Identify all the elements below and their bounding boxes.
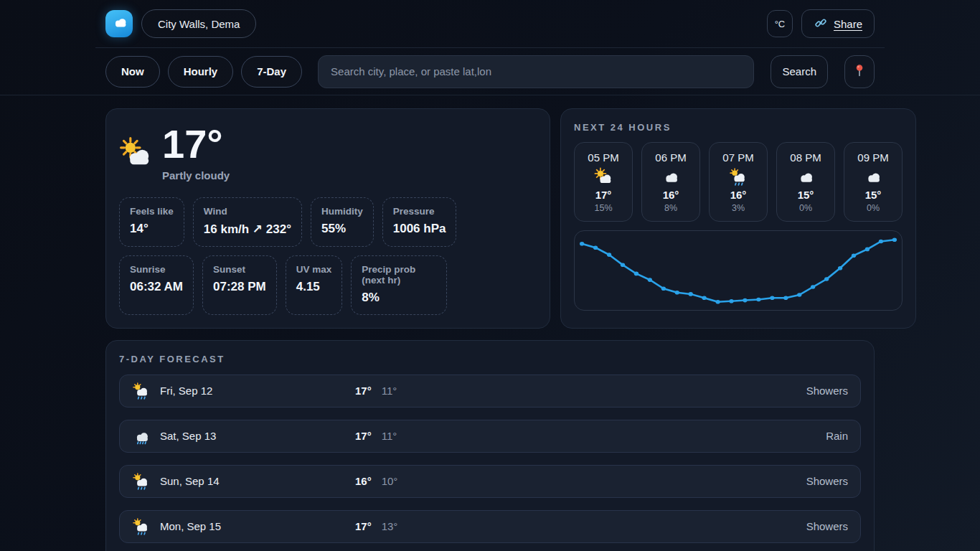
- showers-icon: [132, 382, 150, 400]
- hour-time: 09 PM: [847, 151, 899, 164]
- stat-value: 06:32 AM: [130, 280, 183, 294]
- forecast-rows: Fri, Sep 12 17° 11° Showers Sat, Sep 13 …: [119, 375, 861, 551]
- stat-value: 1006 hPa: [393, 222, 446, 236]
- stat-chip: Sunset 07:28 PM: [202, 255, 277, 315]
- hour-temp: 16°: [712, 189, 764, 201]
- hour-temp: 17°: [578, 189, 629, 201]
- tab-hourly-label: Hourly: [184, 65, 218, 77]
- hour-precip: 0%: [780, 203, 831, 213]
- my-location-button[interactable]: [844, 55, 875, 88]
- forecast-low-temp: 11°: [382, 385, 397, 397]
- hourly-temp-chart: [575, 231, 902, 310]
- location-label: City Walls, Dema: [158, 18, 240, 30]
- stat-chip-row: Feels like 14°Wind 16 km/h ↗ 232°Humidit…: [119, 197, 537, 247]
- forecast-date: Sun, Sep 14: [160, 475, 355, 487]
- hourly-chips-row: 05 PM 17° 15%06 PM 16° 8%07 PM 16° 3%08 …: [574, 142, 903, 222]
- hour-chip: 06 PM 16° 8%: [641, 142, 700, 222]
- forecast-low-temp: 13°: [382, 520, 398, 532]
- rain-icon: [132, 427, 150, 445]
- stat-value: 07:28 PM: [213, 280, 266, 294]
- stat-chip: Precip prob (next hr) 8%: [351, 255, 447, 315]
- unit-toggle-button[interactable]: °C: [767, 10, 793, 37]
- forecast-high-temp: 16°: [355, 475, 372, 487]
- stat-chip-row: Sunrise 06:32 AMSunset 07:28 PMUV max 4.…: [119, 255, 537, 315]
- stat-label: UV max: [296, 264, 332, 275]
- cloud-icon: [796, 167, 815, 186]
- stat-chip: UV max 4.15: [286, 255, 343, 315]
- hour-chip: 07 PM 16° 3%: [709, 142, 768, 222]
- seven-day-forecast-card: 7-DAY FORECAST Fri, Sep 12 17° 11° Showe…: [105, 340, 875, 551]
- hour-temp: 15°: [847, 189, 899, 201]
- forecast-low-temp: 11°: [382, 430, 397, 442]
- search-button[interactable]: Search: [771, 55, 828, 88]
- forecast-date: Mon, Sep 15: [160, 520, 355, 532]
- stat-value: 4.15: [296, 280, 332, 294]
- unit-label: °C: [775, 19, 786, 29]
- stat-label: Feels like: [130, 206, 174, 217]
- partly-cloudy-icon: [594, 167, 613, 186]
- next-24-hours-card: NEXT 24 HOURS 05 PM 17° 15%06 PM 16° 8%0…: [560, 108, 916, 329]
- forecast-high-temp: 17°: [355, 385, 372, 397]
- cloud-icon: [864, 167, 882, 186]
- forecast-condition: Showers: [806, 385, 848, 397]
- hour-time: 06 PM: [645, 151, 697, 164]
- tab-hourly[interactable]: Hourly: [168, 56, 234, 88]
- stat-label: Pressure: [393, 206, 446, 217]
- hour-temp: 15°: [780, 189, 831, 201]
- hour-precip: 15%: [578, 203, 629, 213]
- forecast-day-row[interactable]: Sun, Sep 14 16° 10° Showers: [119, 465, 861, 498]
- hour-chip: 09 PM 15° 0%: [844, 142, 903, 222]
- stat-chip: Sunrise 06:32 AM: [119, 255, 194, 315]
- hour-precip: 3%: [712, 203, 764, 213]
- hour-time: 07 PM: [712, 151, 764, 164]
- stat-value: 55%: [321, 222, 363, 236]
- cloud-icon: [661, 167, 680, 186]
- tab-7day[interactable]: 7-Day: [241, 56, 302, 88]
- current-temperature: 17°: [162, 122, 230, 166]
- showers-icon: [132, 472, 150, 490]
- seven-day-forecast-title: 7-DAY FORECAST: [119, 354, 861, 364]
- cloud-logo-icon: [110, 14, 128, 34]
- next-24-hours-title: NEXT 24 HOURS: [574, 122, 903, 133]
- forecast-day-row[interactable]: Mon, Sep 15 17° 13° Showers: [119, 510, 861, 543]
- top-bar: City Walls, Dema °C Share: [0, 0, 980, 48]
- stat-label: Sunset: [213, 264, 266, 275]
- forecast-condition: Rain: [826, 430, 848, 442]
- stat-chip: Feels like 14°: [119, 197, 184, 247]
- search-input[interactable]: [318, 55, 754, 88]
- forecast-high-temp: 17°: [355, 520, 372, 532]
- location-button[interactable]: City Walls, Dema: [141, 9, 256, 38]
- nav-bar: Now Hourly 7-Day Search: [0, 48, 980, 95]
- forecast-condition: Showers: [806, 520, 848, 532]
- current-stats: Feels like 14°Wind 16 km/h ↗ 232°Humidit…: [119, 197, 537, 315]
- hour-time: 08 PM: [780, 151, 831, 164]
- hour-chip: 05 PM 17° 15%: [574, 142, 633, 222]
- forecast-day-row[interactable]: Fri, Sep 12 17° 11° Showers: [119, 375, 861, 408]
- tab-now-label: Now: [121, 65, 144, 77]
- showers-icon: [729, 167, 748, 186]
- stat-value: 16 km/h ↗ 232°: [204, 222, 291, 237]
- forecast-date: Sat, Sep 13: [160, 430, 355, 442]
- pushpin-icon: [852, 62, 867, 81]
- tab-7day-label: 7-Day: [257, 65, 286, 77]
- share-button[interactable]: Share: [801, 9, 875, 38]
- current-weather-icon: [119, 136, 152, 169]
- forecast-low-temp: 10°: [382, 475, 398, 487]
- share-label: Share: [834, 18, 862, 30]
- hour-time: 05 PM: [578, 151, 629, 164]
- link-icon: [814, 16, 828, 32]
- hourly-temp-chart-frame: [574, 230, 903, 311]
- forecast-date: Fri, Sep 12: [160, 385, 355, 397]
- stat-value: 14°: [130, 222, 174, 236]
- stat-value: 8%: [362, 291, 436, 305]
- forecast-day-row[interactable]: Sat, Sep 13 17° 11° Rain: [119, 420, 861, 453]
- stat-chip: Pressure 1006 hPa: [382, 197, 457, 247]
- stat-chip: Wind 16 km/h ↗ 232°: [193, 197, 302, 247]
- hour-precip: 0%: [847, 203, 899, 213]
- stat-label: Sunrise: [130, 264, 183, 275]
- stat-label: Wind: [204, 206, 291, 217]
- current-condition-label: Partly cloudy: [162, 169, 230, 182]
- showers-icon: [132, 517, 150, 535]
- tab-now[interactable]: Now: [105, 56, 160, 88]
- current-conditions-card: 17° Partly cloudy Feels like 14°Wind 16 …: [105, 108, 550, 329]
